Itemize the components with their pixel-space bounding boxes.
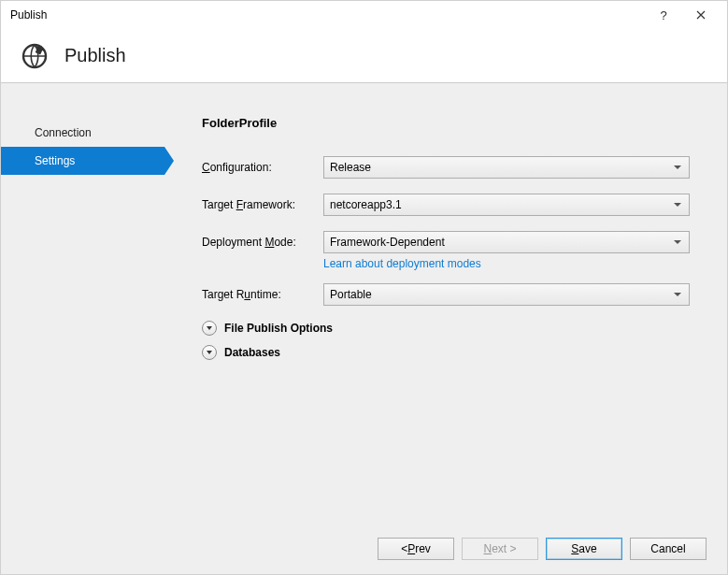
- expander-file-publish-options[interactable]: File Publish Options: [202, 321, 690, 336]
- row-configuration: Configuration: Release: [202, 156, 690, 179]
- expander-label: Databases: [224, 346, 280, 359]
- label-target-framework: Target Framework:: [202, 198, 323, 211]
- select-value: Portable: [330, 288, 372, 301]
- dialog-body: Connection Settings FolderProfile Config…: [1, 83, 727, 524]
- sidebar-item-label: Settings: [35, 154, 75, 167]
- select-configuration[interactable]: Release: [323, 156, 690, 179]
- link-learn-deployment-modes[interactable]: Learn about deployment modes: [323, 257, 481, 270]
- profile-name: FolderProfile: [202, 116, 690, 130]
- window-title: Publish: [10, 8, 645, 22]
- banner-title: Publish: [64, 45, 126, 66]
- label-deployment-mode: Deployment Mode:: [202, 236, 323, 249]
- row-target-runtime: Target Runtime: Portable: [202, 283, 690, 306]
- chevron-down-icon: [202, 345, 217, 360]
- globe-icon: [21, 43, 48, 69]
- select-deployment-mode[interactable]: Framework-Dependent: [323, 231, 690, 253]
- cancel-button[interactable]: Cancel: [630, 538, 707, 560]
- row-target-framework: Target Framework: netcoreapp3.1: [202, 194, 690, 216]
- titlebar: Publish ?: [1, 1, 727, 29]
- sidebar: Connection Settings: [1, 83, 164, 524]
- select-value: Framework-Dependent: [330, 236, 445, 249]
- select-target-framework[interactable]: netcoreapp3.1: [323, 194, 690, 216]
- select-value: netcoreapp3.1: [330, 198, 402, 211]
- close-button[interactable]: [682, 1, 720, 29]
- prev-button[interactable]: < Prev: [378, 538, 454, 560]
- next-button: Next >: [462, 538, 538, 560]
- select-target-runtime[interactable]: Portable: [323, 283, 690, 306]
- close-icon: [696, 10, 706, 20]
- row-deployment-mode: Deployment Mode: Framework-Dependent: [202, 231, 690, 253]
- expander-label: File Publish Options: [224, 322, 333, 335]
- sidebar-item-label: Connection: [35, 126, 92, 139]
- banner: Publish: [1, 29, 727, 83]
- sidebar-item-settings[interactable]: Settings: [1, 147, 164, 175]
- label-configuration: Configuration:: [202, 161, 323, 174]
- expander-databases[interactable]: Databases: [202, 345, 690, 360]
- save-button[interactable]: Save: [546, 538, 622, 560]
- select-value: Release: [330, 161, 371, 174]
- row-deployment-mode-link: Learn about deployment modes: [323, 257, 690, 270]
- help-button[interactable]: ?: [645, 1, 682, 29]
- chevron-down-icon: [202, 321, 217, 336]
- footer: < Prev Next > Save Cancel: [1, 524, 727, 574]
- sidebar-item-connection[interactable]: Connection: [1, 119, 164, 147]
- main-panel: FolderProfile Configuration: Release Tar…: [164, 83, 727, 524]
- label-target-runtime: Target Runtime:: [202, 288, 323, 301]
